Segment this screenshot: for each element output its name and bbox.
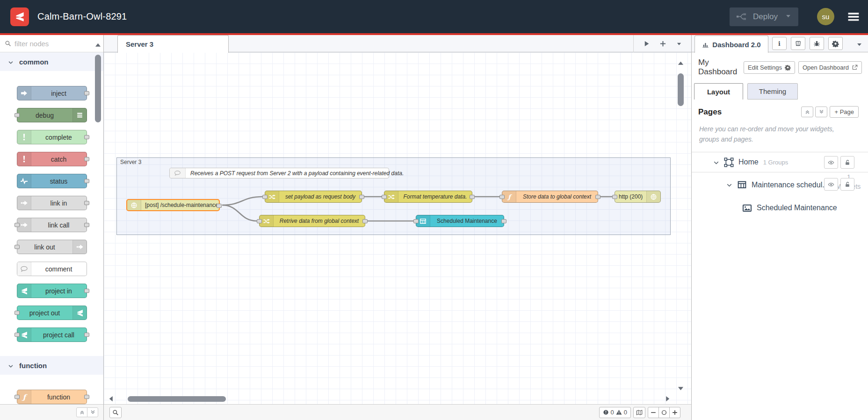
wire-httpin-set — [222, 197, 262, 205]
error-count: 0 — [611, 409, 614, 416]
output-port — [84, 135, 89, 139]
output-port — [84, 395, 89, 399]
palette-node-link-out[interactable]: link out — [17, 240, 87, 254]
output-port[interactable] — [595, 195, 600, 199]
tree-row-scheduled-maintenance[interactable]: Scheduled Maintenance — [692, 197, 868, 219]
tree-row-maintenance-schedul-[interactable]: Maintenance schedul...1 Widgets — [692, 172, 868, 197]
flow-canvas[interactable]: Server 3 Receives a POST request from Se… — [104, 52, 691, 404]
flow-node-httpin[interactable]: [post] /schedule-maintenance — [126, 199, 220, 211]
deploy-button[interactable]: Deploy — [730, 7, 798, 26]
chevron-down-icon[interactable] — [713, 159, 719, 165]
flow-node-store[interactable]: ƒStore data to global context — [502, 191, 598, 203]
edit-settings-button[interactable]: Edit Settings — [744, 61, 795, 74]
palette-expand-all-button[interactable] — [87, 407, 98, 417]
open-dashboard-button[interactable]: Open Dashboard — [798, 61, 862, 74]
flow-tab-server3[interactable]: Server 3 — [117, 35, 229, 53]
tab-theming[interactable]: Theming — [747, 83, 798, 100]
minimap-button[interactable] — [633, 407, 645, 418]
error-count-icon — [603, 409, 609, 415]
input-port[interactable] — [257, 219, 262, 223]
run-flows-icon[interactable] — [643, 40, 650, 47]
dashboard-name: My Dashboard — [698, 58, 744, 77]
palette-node-project-out[interactable]: project out — [17, 306, 87, 320]
zoom-out-button[interactable] — [648, 407, 659, 418]
tree-row-home[interactable]: Home1 Groups — [692, 152, 868, 172]
add-page-button[interactable]: + Page — [830, 106, 859, 118]
chevron-down-icon[interactable] — [726, 182, 732, 188]
palette-node-status[interactable]: status — [17, 174, 87, 188]
palette-node-link-call[interactable]: link call — [17, 218, 87, 232]
comment-node[interactable]: Receives a POST request from Server 2 wi… — [169, 168, 389, 178]
canvas-scroll-left-icon[interactable] — [108, 395, 115, 402]
zoom-in-button[interactable] — [669, 407, 680, 418]
add-flow-icon[interactable] — [659, 40, 666, 47]
flow-node-set[interactable]: set payload as request body — [265, 191, 362, 203]
canvas-scroll-down-icon[interactable] — [677, 385, 684, 392]
palette-node-catch[interactable]: catch — [17, 152, 87, 166]
input-port[interactable] — [612, 195, 617, 199]
palette-filter-input[interactable] — [14, 40, 89, 48]
flow-node-label: Format temperature data. — [398, 191, 472, 202]
input-port[interactable] — [499, 195, 505, 199]
palette-node-inject[interactable]: inject — [17, 86, 87, 100]
collapse-pages-button[interactable] — [801, 107, 813, 117]
visibility-toggle-button[interactable] — [824, 178, 838, 191]
output-port — [84, 223, 89, 227]
canvas-hscrollbar-thumb[interactable] — [128, 396, 226, 402]
user-avatar[interactable]: su — [817, 8, 834, 25]
help-tab-button[interactable] — [791, 37, 805, 50]
flow-node-http200[interactable]: http (200) — [615, 191, 661, 203]
workspace-title: Calm-Barn-Owl-8291 — [37, 11, 127, 22]
palette-node-comment[interactable]: comment — [17, 262, 87, 276]
flow-node-retrive[interactable]: Retrive data from global context — [259, 215, 365, 227]
output-port[interactable] — [359, 195, 364, 199]
sidebar-menu-chevron-icon[interactable] — [856, 41, 862, 47]
output-port[interactable] — [217, 204, 222, 208]
flow-node-label: Store data to global context — [516, 191, 598, 202]
flow-node-sched[interactable]: Scheduled Maintenance — [416, 215, 504, 227]
zoom-reset-button[interactable] — [658, 407, 670, 418]
palette-node-function[interactable]: ƒfunction — [17, 390, 87, 404]
output-port[interactable] — [362, 219, 368, 223]
input-port[interactable] — [382, 195, 387, 199]
category-function[interactable]: function — [0, 356, 103, 375]
visibility-toggle-button[interactable] — [824, 156, 838, 169]
main-menu-icon[interactable] — [846, 11, 861, 23]
palette-collapse-all-button[interactable] — [76, 407, 87, 417]
comment-node-label: Receives a POST request from Server 2 wi… — [186, 168, 408, 178]
output-port — [84, 201, 89, 205]
expand-pages-button[interactable] — [815, 107, 827, 117]
canvas-scroll-right-icon[interactable] — [664, 395, 671, 402]
output-port[interactable] — [501, 219, 506, 223]
palette-node-debug[interactable]: debug — [17, 108, 87, 122]
palette-node-label: link in — [31, 196, 87, 210]
canvas-vscrollbar-thumb[interactable] — [678, 73, 684, 106]
palette-scrollbar-thumb[interactable] — [95, 55, 101, 122]
tree-item-label: Maintenance schedul... — [752, 181, 829, 189]
category-common[interactable]: common — [0, 52, 103, 71]
palette-node-project-in[interactable]: project in — [17, 284, 87, 298]
debug-tab-button[interactable] — [810, 37, 824, 50]
tab-layout[interactable]: Layout — [694, 83, 743, 100]
external-link-icon — [852, 64, 858, 71]
canvas-search-button[interactable] — [109, 407, 122, 418]
palette-node-project-call[interactable]: project call — [17, 327, 87, 342]
palette-node-link-in[interactable]: link in — [17, 196, 87, 210]
flow-node-format[interactable]: Format temperature data. — [384, 191, 472, 203]
output-port[interactable] — [470, 195, 475, 199]
sidebar-tab-dashboard[interactable]: Dashboard 2.0 — [694, 36, 768, 53]
settings-tab-button[interactable] — [828, 37, 843, 50]
canvas-scroll-up-icon[interactable] — [677, 60, 684, 67]
input-port[interactable] — [413, 219, 419, 223]
info-tab-button[interactable]: i — [772, 37, 787, 50]
output-port — [84, 91, 89, 95]
unlock-icon[interactable] — [840, 178, 854, 191]
deploy-dropdown-icon[interactable] — [785, 13, 794, 21]
input-port[interactable] — [262, 195, 268, 199]
unlock-icon[interactable] — [840, 156, 854, 169]
palette-node-complete[interactable]: complete — [17, 130, 87, 144]
category-label: common — [19, 58, 49, 66]
category-nodes-common: injectdebugcompletecatchstatuslink inlin… — [0, 71, 103, 356]
flow-list-dropdown-icon[interactable] — [676, 41, 682, 47]
palette-scroll-up-icon[interactable] — [94, 42, 101, 49]
